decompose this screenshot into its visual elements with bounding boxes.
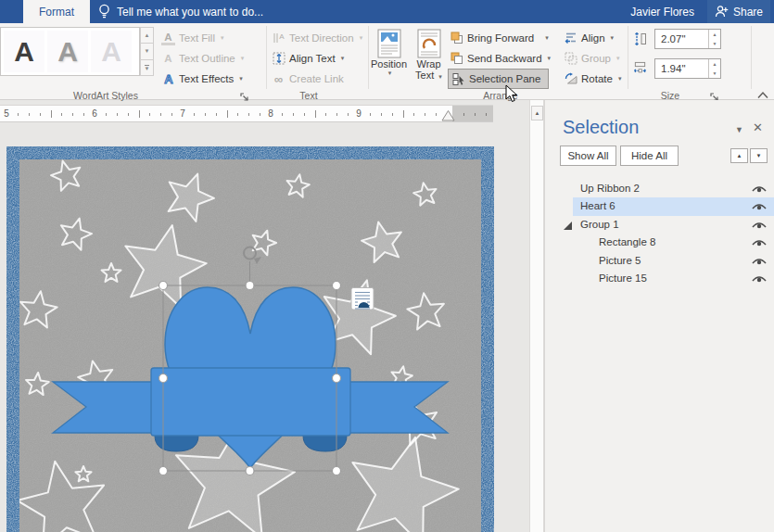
send-backward-icon xyxy=(450,52,463,66)
shape-width-value: 1.94" xyxy=(655,63,708,74)
eye-visibility-icon[interactable] xyxy=(752,220,767,230)
width-spinner[interactable]: ▲▼ xyxy=(708,59,720,78)
move-up-button[interactable]: ▲ xyxy=(730,148,748,163)
eye-visibility-icon[interactable] xyxy=(752,273,767,284)
resize-handle[interactable] xyxy=(333,282,341,290)
eye-visibility-icon[interactable] xyxy=(752,256,767,266)
selection-pane-button[interactable]: Selection Pane xyxy=(449,70,548,88)
wrap-text-icon xyxy=(417,29,441,58)
resize-handle[interactable] xyxy=(159,467,168,475)
ruler-tick xyxy=(61,113,62,116)
svg-text:A: A xyxy=(279,32,285,41)
resize-handle[interactable] xyxy=(333,374,341,383)
wordart-style-thumb[interactable]: A xyxy=(91,31,132,72)
ruler-tick xyxy=(260,113,260,116)
text-effects-button[interactable]: A Text Effects▾ xyxy=(161,70,243,88)
pane-menu-icon[interactable]: ▼ xyxy=(735,125,743,134)
ruler-tick xyxy=(403,110,404,118)
position-button[interactable]: Position ▾ xyxy=(370,26,408,91)
ruler-tick xyxy=(83,113,84,116)
selection-pane-title: Selection xyxy=(563,117,639,138)
shape-height-icon xyxy=(633,32,647,45)
ruler-tick xyxy=(463,113,464,116)
move-down-button[interactable]: ▼ xyxy=(750,148,768,163)
resize-handle[interactable] xyxy=(333,467,341,475)
hide-all-button[interactable]: Hide All xyxy=(620,146,679,166)
text-outline-icon: A xyxy=(161,52,175,66)
wordart-style-thumb[interactable]: A xyxy=(4,31,44,72)
document-canvas[interactable] xyxy=(0,124,530,532)
resize-handle[interactable] xyxy=(246,282,254,290)
wrap-text-button[interactable]: Wrap Text ▾ xyxy=(410,26,448,91)
rotate-icon xyxy=(564,72,577,86)
tellme-box[interactable]: Tell me what you want to do... xyxy=(98,0,263,23)
selection-item-label: Heart 6 xyxy=(580,200,615,211)
ruler-tick xyxy=(436,113,437,116)
ruler-tick xyxy=(160,113,161,116)
lightbulb-icon xyxy=(98,4,110,19)
wordart-gallery[interactable]: AAA xyxy=(0,27,140,76)
pane-close-icon[interactable]: ✕ xyxy=(753,120,763,134)
resize-handle[interactable] xyxy=(159,374,168,383)
group-button: Group▾ xyxy=(564,49,619,68)
selection-item-up-ribbon-2[interactable]: Up Ribbon 2 xyxy=(553,180,774,197)
gallery-more-button[interactable]: ▼ xyxy=(140,60,154,76)
vertical-scrollbar[interactable]: ▲ xyxy=(529,100,544,532)
selection-item-heart-6[interactable]: Heart 6 xyxy=(553,197,774,215)
gallery-down-button[interactable]: ▼ xyxy=(140,44,154,59)
scroll-up-button[interactable]: ▲ xyxy=(531,106,543,120)
ruler-tick xyxy=(29,113,30,116)
text-fill-icon: A xyxy=(161,32,175,45)
selection-item-label: Picture 15 xyxy=(599,272,647,284)
ruler-number: 6 xyxy=(92,108,97,119)
eye-visibility-icon[interactable] xyxy=(752,237,767,247)
selection-list: Up Ribbon 2Heart 6Group 1Rectangle 8Pict… xyxy=(553,180,774,287)
resize-handle[interactable] xyxy=(246,467,254,475)
eye-visibility-icon[interactable] xyxy=(752,201,767,211)
shape-width-icon xyxy=(633,61,647,75)
share-button[interactable]: Share xyxy=(707,0,770,23)
resize-handle[interactable] xyxy=(159,282,168,290)
show-all-button[interactable]: Show All xyxy=(560,146,616,166)
text-group-label: Text xyxy=(272,90,346,101)
ruler-tick xyxy=(381,113,382,116)
ruler-tick xyxy=(325,113,326,116)
ruler-tick xyxy=(194,113,195,116)
selection-item-group-1[interactable]: Group 1 xyxy=(553,216,774,234)
horizontal-ruler[interactable]: 56789 xyxy=(0,105,493,122)
right-indent-marker[interactable] xyxy=(441,110,455,121)
selection-item-label: Group 1 xyxy=(580,219,619,230)
selection-item-picture-5[interactable]: Picture 5 xyxy=(553,252,774,270)
align-text-button[interactable]: Align Text▾ xyxy=(272,49,344,68)
ruler-tick xyxy=(106,113,107,116)
send-backward-button[interactable]: Send Backward▾ xyxy=(450,49,551,68)
collapse-ribbon-icon[interactable] xyxy=(756,90,769,100)
expander-icon[interactable] xyxy=(564,222,572,230)
ruler-tick xyxy=(304,113,305,116)
ruler-tick xyxy=(205,113,206,116)
ruler-tick xyxy=(392,113,393,116)
rotate-button[interactable]: Rotate▾ xyxy=(564,70,621,88)
wordart-style-thumb[interactable]: A xyxy=(47,31,88,72)
shape-height-input[interactable]: 2.07" ▲▼ xyxy=(654,29,721,49)
user-name[interactable]: Javier Flores xyxy=(630,0,694,23)
ruler-tick xyxy=(370,113,371,116)
wordart-dialog-launcher-icon[interactable] xyxy=(240,93,249,102)
title-bar: Format Tell me what you want to do... Ja… xyxy=(0,0,774,23)
selection-item-rectangle-8[interactable]: Rectangle 8 xyxy=(553,234,774,251)
selection-item-picture-15[interactable]: Picture 15 xyxy=(553,270,774,287)
ruler-tick xyxy=(227,110,228,118)
align-button[interactable]: Align▾ xyxy=(564,29,614,47)
mouse-cursor xyxy=(505,84,518,104)
bring-forward-button[interactable]: Bring Forward▾ xyxy=(450,29,549,47)
shape-width-input[interactable]: 1.94" ▲▼ xyxy=(654,58,721,79)
selection-pane-icon xyxy=(451,72,465,86)
ruler-tick xyxy=(348,113,349,116)
tab-format[interactable]: Format xyxy=(23,0,90,23)
layout-options-button[interactable] xyxy=(351,288,374,310)
gallery-up-button[interactable]: ▲ xyxy=(140,27,154,44)
eye-visibility-icon[interactable] xyxy=(752,184,767,194)
ruler-tick xyxy=(237,113,238,116)
group-separator xyxy=(368,26,369,89)
height-spinner[interactable]: ▲▼ xyxy=(708,30,720,48)
